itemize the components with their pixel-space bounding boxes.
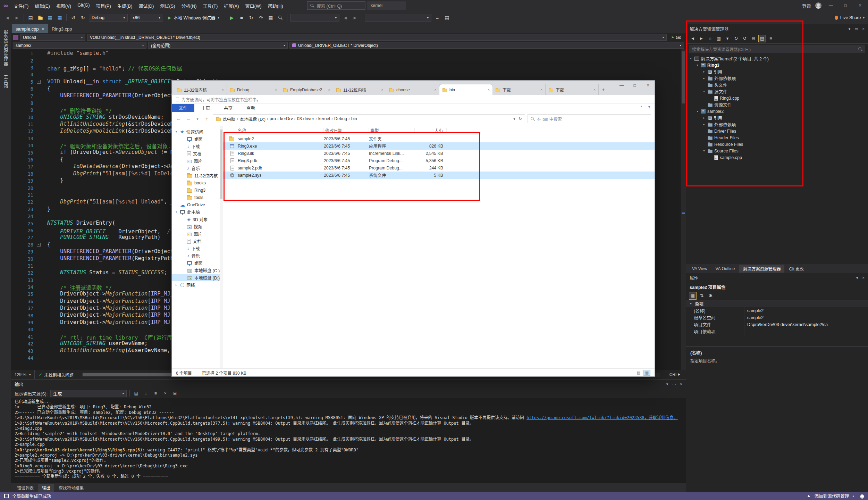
column-header[interactable]: 大小	[415, 128, 447, 133]
solution-search-box[interactable]: 搜索解决方案资源管理器(Ctrl+;)	[689, 45, 865, 53]
expand-arrow-icon[interactable]: ▾	[175, 130, 178, 133]
sidebar-item[interactable]: ▾★快速访问	[172, 128, 220, 135]
column-header[interactable]: 修改日期	[324, 128, 369, 133]
step-over-icon[interactable]: ↷	[257, 14, 265, 22]
tree-item[interactable]: 头文件	[686, 82, 868, 88]
editor-tab[interactable]: Ring3.cpp	[48, 24, 76, 33]
close-icon[interactable]: ×	[593, 88, 596, 92]
navigate-forward-icon[interactable]: ►	[13, 14, 21, 22]
tree-item[interactable]: sample.cpp	[686, 154, 868, 161]
toolbar-combo-empty2[interactable]: ▾	[365, 14, 431, 22]
close-icon[interactable]: ×	[540, 88, 542, 92]
sidebar-item[interactable]: 视频	[172, 223, 220, 230]
signin-button[interactable]: 登录	[802, 2, 811, 9]
expand-arrow-icon[interactable]: ▸	[702, 77, 706, 80]
close-icon[interactable]: ×	[381, 88, 383, 92]
output-link[interactable]: https://go.microsoft.com/fwlink/?linkid=…	[526, 415, 678, 420]
expand-arrow-icon[interactable]: ▸	[702, 70, 706, 73]
close-icon[interactable]: ×	[222, 88, 224, 92]
menu-item[interactable]: 帮助(H)	[265, 1, 286, 10]
go-button[interactable]: ➤ Go	[668, 35, 684, 40]
sidebar-item[interactable]: tools	[172, 194, 220, 201]
sidebar-item[interactable]: ▾此电脑	[172, 208, 220, 216]
save-all-icon[interactable]: ▦	[56, 14, 64, 22]
right-dock-tab[interactable]: VA View	[688, 265, 711, 272]
explorer-search-box[interactable]: 在 bin 中搜索	[528, 114, 651, 123]
publish-icon[interactable]: ▲	[807, 493, 811, 498]
scrollbar-thumb[interactable]	[220, 130, 222, 199]
output-log[interactable]: 已启动重新生成...1>------ 已启动全部重新生成: 项目: Ring3,…	[11, 398, 686, 483]
help-icon[interactable]: ?	[648, 106, 650, 110]
close-icon[interactable]: ×	[328, 88, 330, 92]
right-dock-tab[interactable]: VA Outline	[712, 265, 739, 272]
menu-item[interactable]: 视图(V)	[53, 1, 74, 10]
chevron-down-icon[interactable]: ▾	[666, 382, 668, 386]
build-icon[interactable]: ▦	[267, 14, 275, 22]
sidebar-item[interactable]: 文档	[172, 150, 220, 157]
breadcrumb-item[interactable]: Debug	[334, 116, 347, 121]
sidebar-item[interactable]: ◈3D 对象	[172, 216, 220, 223]
new-tab-button[interactable]: +	[599, 85, 608, 94]
output-warning-link[interactable]: 1>D:\pro\kerDrv\03-driver\kernel\Ring3\R…	[15, 448, 145, 452]
sidebar-item[interactable]: Ring3	[172, 186, 220, 194]
navigate-backward-icon[interactable]: ◄	[342, 14, 349, 22]
sidebar-item[interactable]: ↓下载	[172, 143, 220, 150]
zoom-control[interactable]: 129 % ▾	[11, 370, 35, 379]
live-share-button[interactable]: Live Share ▾	[835, 15, 865, 20]
home-icon[interactable]: ⌂	[706, 35, 714, 42]
sidebar-item[interactable]: 桌面	[172, 135, 220, 143]
pin-icon[interactable]: ▭	[854, 27, 858, 31]
property-group-header[interactable]: ▾杂项	[686, 300, 868, 307]
tree-item[interactable]: ▾解决方案"kernel"(2 个项目, 共 2 个)	[686, 55, 868, 62]
output-source-select[interactable]: 生成▾	[50, 390, 127, 397]
breadcrumb-item[interactable]: kernel	[318, 116, 330, 121]
sidebar-item[interactable]: ▸网络	[172, 281, 220, 289]
close-panel-icon[interactable]: ×	[680, 382, 682, 386]
snippet-icon[interactable]: ▤	[443, 14, 451, 22]
explorer-tab[interactable]: 11-32位内核×	[174, 84, 227, 95]
sidebar-item[interactable]: 11-32位内核	[172, 172, 220, 179]
breadcrumb-item[interactable]: 03-driver	[297, 116, 314, 121]
maximize-panel-icon[interactable]: ▭	[672, 382, 676, 386]
breadcrumb-item[interactable]: 此电脑	[222, 116, 236, 122]
property-row[interactable]: 根命名空间sample2	[686, 314, 868, 321]
side-tool-tab[interactable]: 工具箱	[3, 73, 9, 91]
tree-item[interactable]: Header Files	[686, 134, 868, 141]
refresh-icon[interactable]: ↻	[519, 117, 522, 121]
show-all-files-icon[interactable]: ▤	[758, 35, 766, 42]
menu-item[interactable]: Git(G)	[74, 1, 93, 10]
redo-icon[interactable]: ↻	[79, 14, 87, 22]
close-icon[interactable]: ×	[42, 27, 44, 31]
scrollbar-thumb[interactable]	[682, 51, 685, 103]
details-view-icon[interactable]: ▤	[635, 370, 642, 376]
close-button[interactable]: ×	[641, 81, 655, 90]
explorer-tab[interactable]: 下载×	[492, 84, 546, 95]
menu-item[interactable]: 测试(S)	[157, 1, 178, 10]
open-file-icon[interactable]	[36, 14, 44, 22]
expand-arrow-icon[interactable]: ▾	[696, 110, 699, 113]
sidebar-item[interactable]: books	[172, 179, 220, 186]
sidebar-item[interactable]: ♪音乐	[172, 165, 220, 172]
explorer-tab[interactable]: Debug×	[227, 84, 280, 95]
tree-item[interactable]: Driver Files	[686, 128, 868, 134]
menu-item[interactable]: 分析(N)	[178, 1, 200, 10]
property-value[interactable]: D:\pro\kerDrv\03-driver\kernel\sample2\s…	[744, 322, 868, 327]
property-row[interactable]: (名称)sample2	[686, 307, 868, 314]
explorer-tab[interactable]: choose×	[386, 84, 439, 95]
expand-arrow-icon[interactable]: ▾	[702, 149, 706, 152]
chevron-down-icon[interactable]: ▾	[513, 117, 515, 121]
property-row[interactable]: 项目文件D:\pro\kerDrv\03-driver\kernel\sampl…	[686, 321, 868, 328]
tree-item[interactable]: ▸外部依赖项	[686, 121, 868, 128]
breadcrumb-item[interactable]: kerDrv	[280, 116, 293, 121]
navigation-pane-scrollbar[interactable]	[220, 126, 223, 368]
sidebar-item[interactable]: ↓下载	[172, 245, 220, 252]
properties-icon[interactable]: ≡	[767, 35, 775, 42]
find-message-icon[interactable]: ▤	[133, 390, 140, 397]
sidebar-item[interactable]: 本地磁盘 (D:)	[172, 274, 220, 281]
address-bar[interactable]: 此电脑›本地磁盘 (D:)›pro›kerDrv›03-driver›kerne…	[213, 114, 525, 123]
editor-vertical-scrollbar[interactable]	[681, 49, 686, 370]
dock-tab[interactable]: 错误列表	[13, 484, 37, 492]
explorer-tab[interactable]: bin×	[439, 84, 492, 95]
toolbar-combo-empty[interactable]: ▾	[290, 14, 339, 22]
breadcrumb-item[interactable]: pro	[270, 116, 276, 121]
